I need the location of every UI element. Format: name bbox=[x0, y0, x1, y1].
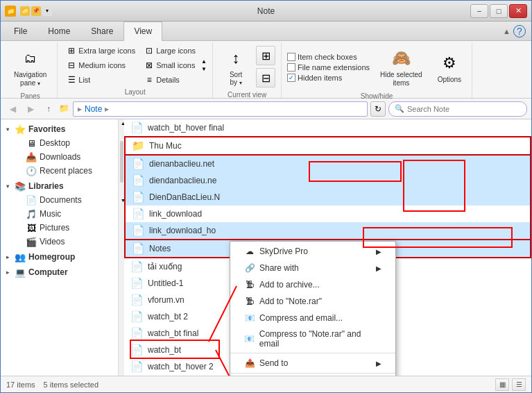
ribbon-group-panes: 🗂 Navigationpane ▾ Panes bbox=[3, 42, 58, 98]
add-columns-button[interactable]: ⊟ bbox=[256, 68, 275, 87]
ctx-sep-2 bbox=[230, 373, 395, 374]
details-view[interactable]: ≡ Details bbox=[141, 73, 198, 87]
back-button[interactable]: ◀ bbox=[5, 101, 20, 117]
refresh-button[interactable]: ↻ bbox=[370, 101, 386, 117]
nav-scrollbar[interactable]: ▲ ▼ bbox=[119, 119, 124, 376]
detail-view-button[interactable]: ☰ bbox=[512, 378, 526, 391]
large-view-button[interactable]: ▦ bbox=[495, 378, 509, 391]
nav-item-homegroup[interactable]: ▸ 👥 Homegroup bbox=[1, 250, 118, 264]
tab-share[interactable]: Share bbox=[80, 22, 123, 40]
tab-home[interactable]: Home bbox=[37, 22, 80, 40]
ctx-item-compress-email-label: Compress and email... bbox=[259, 313, 343, 323]
file-name-extensions-checkbox[interactable] bbox=[287, 63, 295, 72]
share-arrow: ▶ bbox=[376, 265, 381, 272]
extra-large-icons[interactable]: ⊞ Extra large icons bbox=[63, 44, 138, 58]
nav-scroll-thumb[interactable] bbox=[120, 141, 123, 183]
file-item-thu-muc[interactable]: 📁 Thu Muc bbox=[124, 136, 531, 156]
nav-item-documents[interactable]: 📄 Documents bbox=[1, 193, 118, 207]
nav-item-libraries[interactable]: ▾ 📚 Libraries bbox=[1, 179, 118, 193]
ctx-item-add-archive-label: Add to archive... bbox=[259, 280, 320, 290]
ctx-sep-1 bbox=[230, 353, 395, 353]
tab-file[interactable]: File bbox=[3, 22, 37, 40]
file-name: dienanbaclieu.net bbox=[149, 159, 214, 169]
tab-view[interactable]: View bbox=[123, 22, 162, 41]
minimize-button[interactable]: − bbox=[470, 4, 488, 18]
up-button[interactable]: ↑ bbox=[41, 101, 56, 117]
ctx-item-skydrive-label: SkyDrive Pro bbox=[259, 246, 308, 256]
item-check-boxes-checkbox[interactable] bbox=[287, 53, 295, 61]
nav-item-videos[interactable]: 🎬 Videos bbox=[1, 235, 118, 249]
item-check-boxes-label: Item check boxes bbox=[298, 53, 357, 61]
hidden-items-row[interactable]: Hidden items bbox=[287, 74, 370, 82]
file-icon: 📄 bbox=[130, 326, 144, 340]
ctx-item-compress-note-email[interactable]: 📧 Compress to "Note.rar" and email bbox=[230, 326, 395, 351]
panes-items: 🗂 Navigationpane ▾ bbox=[9, 44, 51, 91]
archive-icon: 🗜 bbox=[244, 279, 255, 290]
search-box[interactable]: 🔍 bbox=[388, 101, 527, 117]
file-item-watch-hover-final[interactable]: 📄 watch_bt_hover final bbox=[124, 119, 531, 136]
list-view[interactable]: ☰ List bbox=[63, 73, 138, 87]
layout-up[interactable]: ▲ bbox=[201, 58, 207, 65]
hide-selected-icon: 🙈 bbox=[390, 47, 412, 69]
path-sep: ▸ bbox=[105, 104, 109, 114]
file-name-extensions-row[interactable]: File name extensions bbox=[287, 63, 370, 72]
search-input[interactable] bbox=[407, 105, 511, 113]
layout-down[interactable]: ▼ bbox=[201, 66, 207, 72]
address-path[interactable]: ▸ Note ▸ bbox=[73, 101, 368, 117]
item-check-boxes-row[interactable]: Item check boxes bbox=[287, 53, 370, 61]
file-name: watch_bt final bbox=[148, 328, 198, 338]
navigation-pane-button[interactable]: 🗂 Navigationpane ▾ bbox=[9, 44, 51, 91]
status-info: 17 items 5 items selected bbox=[6, 381, 98, 389]
large-icons[interactable]: ⊡ Large icons bbox=[141, 44, 198, 58]
file-item-link-download-ho[interactable]: 📄 link_download_ho bbox=[124, 222, 531, 239]
docs-icon: 📄 bbox=[26, 194, 37, 206]
recent-icon: 🕐 bbox=[26, 165, 37, 176]
ctx-item-share[interactable]: 🔗 Share with ▶ bbox=[230, 260, 395, 276]
file-name: watch_bt bbox=[148, 345, 181, 355]
libraries-label: Libraries bbox=[28, 181, 64, 191]
medium-icons[interactable]: ⊟ Medium icons bbox=[63, 58, 138, 72]
layout-icon: ⊠ bbox=[144, 60, 155, 71]
file-item-link-download[interactable]: 📄 link_download bbox=[124, 206, 531, 222]
group-by-button[interactable]: ⊞ bbox=[256, 46, 275, 65]
nav-item-desktop[interactable]: 🖥 Desktop bbox=[1, 136, 118, 150]
nav-pane: ▾ ⭐ Favorites 🖥 Desktop 📥 Downloads 🕐 bbox=[1, 119, 119, 376]
skydrive-arrow: ▶ bbox=[376, 248, 381, 256]
quick-access-icon2[interactable]: 📌 bbox=[31, 6, 41, 16]
hidden-items-checkbox[interactable] bbox=[287, 74, 295, 82]
layout-icon: ⊡ bbox=[144, 45, 155, 56]
nav-item-recent[interactable]: 🕐 Recent places bbox=[1, 164, 118, 178]
quick-access-icon1[interactable]: 📁 bbox=[20, 6, 30, 16]
help-button[interactable]: ? bbox=[513, 25, 526, 37]
ctx-item-skydrive[interactable]: ☁ SkyDrive Pro ▶ bbox=[230, 243, 395, 260]
folder-icon: 📁 bbox=[131, 139, 145, 153]
quick-access-dropdown[interactable]: ▾ bbox=[42, 6, 52, 16]
show-hide-items: Item check boxes File name extensions Hi… bbox=[287, 44, 466, 91]
nav-item-downloads[interactable]: 📥 Downloads bbox=[1, 150, 118, 164]
ctx-item-add-archive[interactable]: 🗜 Add to archive... bbox=[230, 276, 395, 293]
ctx-item-cut[interactable]: ✂ Cut bbox=[230, 375, 395, 376]
nav-item-pictures[interactable]: 🖼 Pictures bbox=[1, 221, 118, 235]
ctx-item-add-note-rar[interactable]: 🗜 Add to "Note.rar" bbox=[230, 293, 395, 310]
small-icons[interactable]: ⊠ Small icons bbox=[141, 58, 198, 72]
ribbon-toggle[interactable]: ▲ bbox=[503, 27, 510, 35]
options-button[interactable]: ⚙ Options bbox=[433, 49, 466, 87]
close-button[interactable]: ✕ bbox=[509, 4, 527, 18]
nav-item-favorites[interactable]: ▾ ⭐ Favorites bbox=[1, 122, 118, 136]
nav-scroll-up[interactable]: ▲ bbox=[119, 119, 124, 127]
file-item-diendan[interactable]: 📄 diendanbaclieu.ne bbox=[124, 172, 531, 189]
nav-scroll-down[interactable]: ▼ bbox=[119, 196, 124, 204]
nav-item-computer[interactable]: ▸ 💻 Computer bbox=[1, 265, 118, 279]
ctx-item-send-to[interactable]: 📤 Send to ▶ bbox=[230, 355, 395, 371]
file-icon: 📄 bbox=[130, 293, 144, 307]
path-note[interactable]: Note bbox=[85, 104, 102, 114]
file-item-dienan[interactable]: 📄 dienanbaclieu.net bbox=[124, 156, 531, 172]
sort-by-button[interactable]: ↕ Sortby ▾ bbox=[218, 44, 253, 90]
file-item-dien-dan-bac-lieu[interactable]: 📄 DienDanBacLieu.N bbox=[124, 189, 531, 206]
forward-button[interactable]: ▶ bbox=[23, 101, 38, 117]
ctx-item-compress-email[interactable]: 📧 Compress and email... bbox=[230, 310, 395, 326]
layout-icon: ⊟ bbox=[66, 60, 77, 71]
nav-item-music[interactable]: 🎵 Music bbox=[1, 207, 118, 221]
maximize-button[interactable]: □ bbox=[490, 4, 508, 18]
hide-selected-items-button[interactable]: 🙈 Hide selecteditems bbox=[375, 44, 427, 91]
